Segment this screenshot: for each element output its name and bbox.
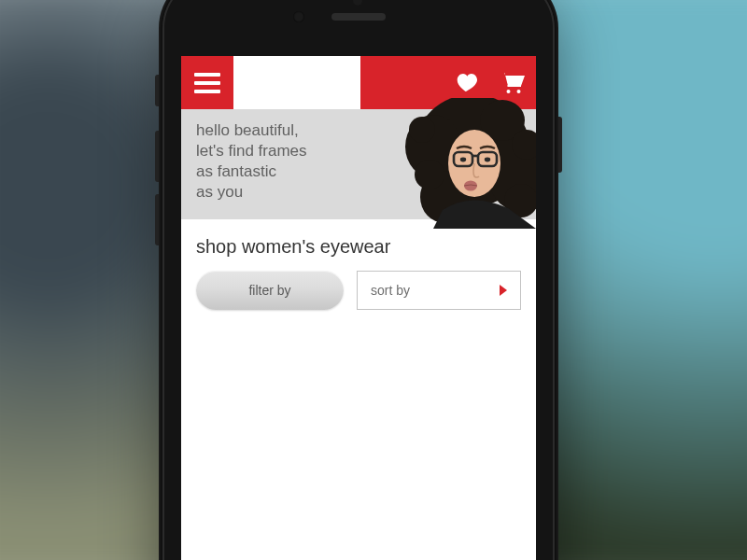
phone-frame: hello beautiful, let's find frames as fa… xyxy=(159,0,558,560)
catalog-controls: filter by sort by xyxy=(181,271,536,310)
svg-point-14 xyxy=(485,158,490,162)
hero-copy: hello beautiful, let's find frames as fa… xyxy=(196,120,307,203)
hero-line-3: as fantastic xyxy=(196,162,276,180)
menu-button[interactable] xyxy=(181,56,233,109)
volume-down-button xyxy=(155,194,159,245)
phone-screen: hello beautiful, let's find frames as fa… xyxy=(181,56,536,560)
cart-icon xyxy=(500,72,526,94)
hero-model-image xyxy=(377,98,536,229)
hero-banner: hello beautiful, let's find frames as fa… xyxy=(181,109,536,219)
front-camera xyxy=(293,11,304,22)
svg-point-6 xyxy=(415,160,444,189)
sort-by-label: sort by xyxy=(371,283,410,298)
mute-switch xyxy=(155,75,159,106)
hero-line-2: let's find frames xyxy=(196,142,307,160)
hero-line-1: hello beautiful, xyxy=(196,121,299,139)
filter-by-button[interactable]: filter by xyxy=(196,271,344,310)
sort-by-button[interactable]: sort by xyxy=(357,271,521,310)
svg-point-5 xyxy=(409,117,435,143)
proximity-sensor xyxy=(353,0,362,6)
svg-point-13 xyxy=(460,158,466,162)
heart-icon xyxy=(456,72,480,94)
volume-up-button xyxy=(155,131,159,182)
hero-line-4: as you xyxy=(196,183,243,201)
earpiece-speaker xyxy=(331,13,386,21)
brand-logo-placeholder xyxy=(233,56,360,109)
caret-right-icon xyxy=(500,285,507,296)
power-button xyxy=(558,117,562,173)
hamburger-icon xyxy=(194,73,220,93)
